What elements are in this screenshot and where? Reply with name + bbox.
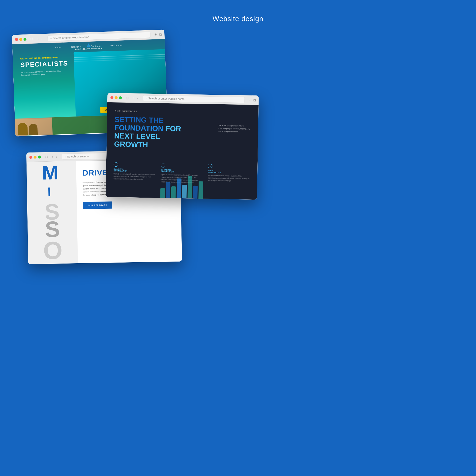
service-num-3: 3 bbox=[208, 164, 212, 168]
chart-bar-1 bbox=[160, 188, 165, 198]
headline-bold: FOUNDATION bbox=[114, 123, 163, 132]
brand-name: BUCK ISLAND PARTNERS bbox=[75, 47, 102, 50]
tabs-icon-1[interactable]: ⧉ bbox=[159, 32, 162, 36]
close-button-1[interactable] bbox=[15, 38, 18, 41]
browser-actions-2: + ⧉ bbox=[249, 98, 256, 102]
forward-icon-2[interactable]: › bbox=[136, 95, 139, 100]
service-item-1: 1 BUSINESSOPTIMIZATION We help you strat… bbox=[113, 162, 156, 183]
service-title-1: BUSINESSOPTIMIZATION bbox=[114, 168, 156, 172]
close-button-2[interactable] bbox=[110, 96, 113, 99]
chart-bar-3 bbox=[171, 186, 176, 198]
chart-bar-6 bbox=[187, 176, 192, 198]
new-tab-icon-2[interactable]: + bbox=[249, 98, 251, 102]
services-description: We teach entrepreneurs how to integrate … bbox=[218, 124, 251, 134]
maximize-button-3[interactable] bbox=[38, 155, 41, 158]
headline-line1: SETTING THE bbox=[115, 115, 164, 124]
search-icon-2: ⌕ bbox=[146, 97, 147, 99]
browser-window-2: ⊟ ‹ › ⌕ Search or enter website name + ⧉… bbox=[106, 93, 259, 200]
service-title-2: CUSTOMERENGAGEMENT bbox=[161, 169, 203, 173]
window-controls-3 bbox=[29, 155, 41, 159]
section-label-2: OUR SERVICES bbox=[115, 110, 251, 115]
nav-resources[interactable]: Resources bbox=[110, 44, 122, 47]
address-bar-2[interactable]: ⌕ Search or enter website name bbox=[143, 95, 245, 103]
services-headline: SETTING THE FOUNDATION FORNEXT LEVELGROW… bbox=[114, 115, 189, 149]
browser-nav-1: ‹ › bbox=[36, 36, 44, 41]
nav-about[interactable]: About bbox=[55, 46, 61, 49]
browser-nav-2: ‹ › bbox=[132, 95, 139, 101]
hero-text: WE'RE BUSINESS OPTIMIZATION SPECIALISTS … bbox=[20, 56, 68, 77]
close-button-3[interactable] bbox=[29, 156, 32, 159]
window-controls-1 bbox=[15, 37, 26, 41]
minimize-button-2[interactable] bbox=[115, 96, 118, 99]
people-image bbox=[15, 118, 53, 135]
address-text-1: Search or enter website name bbox=[53, 35, 89, 39]
letter-i: I bbox=[34, 186, 64, 198]
letter-o: O bbox=[43, 239, 62, 262]
chart bbox=[155, 173, 257, 200]
service-title-3: TECHINTEGRATION bbox=[208, 170, 250, 174]
back-icon-3[interactable]: ‹ bbox=[51, 154, 54, 159]
maximize-button-2[interactable] bbox=[119, 96, 122, 99]
back-icon-2[interactable]: ‹ bbox=[132, 95, 135, 100]
forward-icon-3[interactable]: › bbox=[55, 154, 58, 159]
page-title: Website design bbox=[0, 0, 476, 23]
mission-letters-panel: M I S S O bbox=[27, 161, 78, 264]
site-logo: BUCK ISLAND PARTNERS bbox=[75, 43, 102, 50]
search-icon-1: ⌕ bbox=[50, 37, 52, 39]
back-icon-1[interactable]: ‹ bbox=[36, 36, 39, 41]
mission-letters: M I S S O bbox=[27, 161, 78, 264]
address-text-3: Search or enter w bbox=[67, 155, 89, 158]
sidebar-toggle-icon-1[interactable]: ⊟ bbox=[30, 37, 33, 41]
service-num-1: 1 bbox=[114, 162, 118, 167]
tabs-icon-2[interactable]: ⧉ bbox=[253, 98, 256, 102]
hero-subtext: We help companies that have plateaued po… bbox=[21, 69, 63, 76]
our-approach-button[interactable]: OUR APPROACH bbox=[83, 201, 112, 209]
logo-triangle bbox=[87, 43, 90, 47]
chart-bar-4 bbox=[177, 178, 181, 198]
chart-bar-8 bbox=[198, 181, 203, 199]
minimize-button-3[interactable] bbox=[33, 155, 36, 158]
forward-icon-1[interactable]: › bbox=[40, 36, 44, 41]
address-text-2: Search or enter website name bbox=[148, 97, 185, 100]
browser-nav-3: ‹ › bbox=[51, 154, 58, 159]
minimize-button-1[interactable] bbox=[19, 38, 22, 41]
chart-bar-2 bbox=[166, 182, 170, 198]
hero-headline: SPECIALISTS bbox=[20, 60, 68, 68]
chart-bar-7 bbox=[193, 186, 198, 199]
letter-m: M bbox=[42, 164, 59, 182]
sidebar-toggle-icon-2[interactable]: ⊟ bbox=[126, 96, 129, 100]
hero-tagline: WE'RE BUSINESS OPTIMIZATION bbox=[20, 56, 68, 60]
maximize-button-1[interactable] bbox=[23, 37, 26, 40]
chart-bar-5 bbox=[182, 185, 187, 198]
sidebar-toggle-icon-3[interactable]: ⊟ bbox=[45, 155, 48, 159]
window-controls-2 bbox=[110, 96, 122, 99]
service-num-2: 2 bbox=[161, 163, 165, 168]
search-icon-3: ⌕ bbox=[65, 155, 66, 158]
service-text-1: We help you strategically position your … bbox=[114, 173, 156, 180]
website-content-2: OUR SERVICES SETTING THE FOUNDATION FORN… bbox=[106, 102, 259, 200]
browser-actions-1: + ⧉ bbox=[154, 32, 162, 37]
new-tab-icon-1[interactable]: + bbox=[154, 32, 157, 37]
